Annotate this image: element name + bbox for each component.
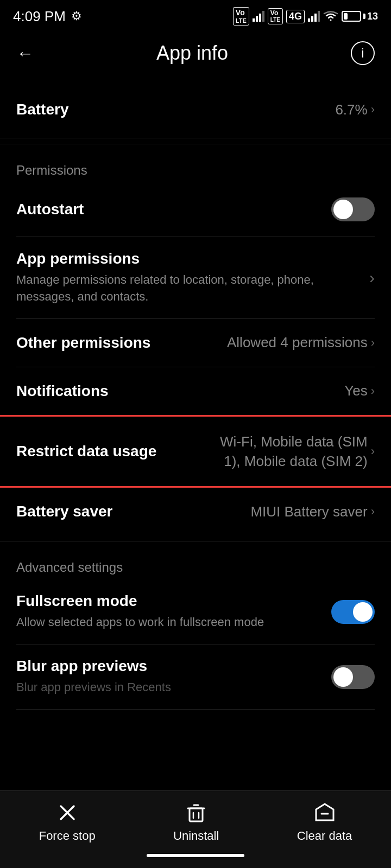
notifications-row[interactable]: Notifications Yes › [16, 367, 375, 415]
restrict-data-label: Restrict data usage [16, 443, 156, 460]
battery-saver-section: Battery saver MIUI Battery saver › [0, 488, 391, 535]
other-permissions-row[interactable]: Other permissions Allowed 4 permissions … [16, 319, 375, 367]
autostart-toggle[interactable] [331, 197, 375, 221]
autostart-label: Autostart [16, 201, 84, 218]
divider-1 [0, 144, 391, 144]
volte-1-badge: VoLTE [233, 7, 249, 25]
blur-previews-content: Blur app previews Blur app previews in R… [16, 658, 331, 696]
fullscreen-row[interactable]: Fullscreen mode Allow selected apps to w… [16, 579, 375, 644]
info-button[interactable]: i [351, 41, 375, 65]
app-permissions-content: App permissions Manage permissions relat… [16, 250, 369, 305]
force-stop-icon [56, 802, 78, 824]
svg-rect-5 [311, 16, 313, 22]
home-indicator [0, 848, 391, 868]
page-title: App info [156, 42, 228, 65]
fullscreen-label: Fullscreen mode [16, 592, 320, 610]
autostart-toggle-knob [333, 200, 353, 219]
permissions-section-label: Permissions [0, 150, 391, 182]
battery-saver-chevron-icon: › [371, 505, 375, 519]
status-time-group: 4:09 PM ⚙ [13, 8, 82, 25]
fullscreen-content: Fullscreen mode Allow selected apps to w… [16, 592, 331, 631]
clear-data-label: Clear data [297, 829, 352, 843]
advanced-section: Fullscreen mode Allow selected apps to w… [0, 579, 391, 710]
battery-label: Battery [16, 101, 68, 118]
home-bar [147, 854, 244, 857]
wifi-icon [323, 10, 338, 22]
status-icons: VoLTE VoLTE 4G [233, 7, 378, 25]
blur-previews-toggle-knob [333, 667, 353, 687]
app-permissions-chevron-icon: › [369, 269, 375, 287]
header: ← App info i [0, 30, 391, 81]
volte-2-badge: VoLTE [268, 8, 283, 24]
notifications-chevron-icon: › [371, 384, 375, 398]
restrict-data-chevron-icon: › [371, 443, 375, 460]
info-icon: i [361, 46, 364, 61]
uninstall-icon [185, 802, 207, 824]
uninstall-label: Uninstall [173, 829, 219, 843]
back-button[interactable]: ← [16, 43, 34, 63]
other-permissions-label: Other permissions [16, 334, 150, 352]
app-permissions-label: App permissions [16, 250, 358, 267]
settings-icon: ⚙ [71, 9, 82, 23]
notifications-label: Notifications [16, 382, 109, 400]
app-permissions-row[interactable]: App permissions Manage permissions relat… [16, 237, 375, 319]
svg-rect-10 [190, 808, 203, 821]
bottom-bar: Force stop Uninstall Clear data [0, 790, 391, 868]
blur-previews-toggle[interactable] [331, 665, 375, 689]
restrict-data-row[interactable]: Restrict data usage Wi-Fi, Mobile data (… [0, 415, 391, 488]
blur-previews-label: Blur app previews [16, 658, 320, 675]
svg-rect-7 [318, 11, 320, 22]
lte-badge: 4G [286, 10, 305, 23]
battery-saver-row[interactable]: Battery saver MIUI Battery saver › [16, 488, 375, 535]
clear-data-button[interactable]: Clear data [297, 802, 352, 843]
svg-rect-0 [253, 18, 255, 22]
battery-number: 13 [367, 11, 378, 22]
clear-data-icon [314, 802, 336, 824]
status-time: 4:09 PM [13, 8, 66, 25]
force-stop-label: Force stop [39, 829, 96, 843]
signal-1-icon [253, 11, 264, 22]
status-bar: 4:09 PM ⚙ VoLTE VoLTE 4G [0, 0, 391, 30]
bottom-actions: Force stop Uninstall Clear data [0, 791, 391, 848]
notifications-value: Yes › [344, 382, 375, 399]
other-permissions-value: Allowed 4 permissions › [227, 334, 375, 351]
uninstall-button[interactable]: Uninstall [173, 802, 219, 843]
force-stop-button[interactable]: Force stop [39, 802, 96, 843]
app-permissions-desc: Manage permissions related to location, … [16, 272, 358, 305]
divider-2 [0, 541, 391, 541]
battery-chevron-icon: › [371, 103, 375, 117]
fullscreen-toggle-knob [353, 602, 373, 622]
svg-rect-2 [259, 14, 261, 22]
battery-row[interactable]: Battery 6.7% › [0, 81, 391, 138]
restrict-data-value: Wi-Fi, Mobile data (SIM 1), Mobile data … [212, 432, 375, 471]
blur-previews-desc: Blur app previews in Recents [16, 679, 320, 696]
svg-rect-6 [314, 14, 317, 22]
autostart-row[interactable]: Autostart [16, 182, 375, 237]
fullscreen-toggle[interactable] [331, 600, 375, 624]
battery-saver-label: Battery saver [16, 503, 112, 520]
blur-previews-row[interactable]: Blur app previews Blur app previews in R… [16, 644, 375, 710]
battery-status-bar: 13 [342, 11, 378, 22]
svg-marker-15 [316, 804, 333, 820]
other-permissions-chevron-icon: › [371, 336, 375, 350]
signal-2-icon [308, 11, 320, 22]
permissions-section: Autostart App permissions Manage permiss… [0, 182, 391, 415]
svg-rect-3 [262, 11, 264, 22]
battery-value: 6.7% › [335, 101, 375, 118]
fullscreen-desc: Allow selected apps to work in fullscree… [16, 614, 320, 631]
advanced-section-label: Advanced settings [0, 547, 391, 579]
battery-saver-value: MIUI Battery saver › [250, 503, 375, 520]
svg-rect-4 [308, 18, 310, 22]
svg-rect-1 [256, 16, 258, 22]
